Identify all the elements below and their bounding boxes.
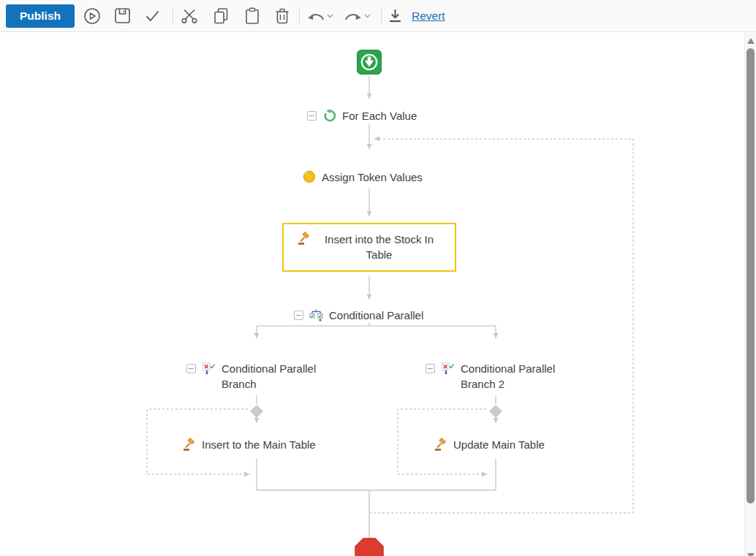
save-icon [114, 7, 131, 24]
delete-trash-icon [274, 7, 290, 25]
stop-octagon-icon[interactable] [355, 538, 383, 556]
node-label: Conditional Parallel [329, 308, 423, 323]
start-node[interactable] [357, 50, 382, 75]
scroll-up-arrow-icon[interactable] [747, 38, 755, 44]
condition-diamond [489, 405, 502, 418]
publish-button[interactable]: Publish [6, 4, 75, 28]
start-download-icon [357, 50, 382, 75]
chevron-down-icon [327, 14, 333, 18]
redo-dropdown-button[interactable] [364, 14, 371, 18]
gavel-action-icon [182, 438, 196, 452]
collapse-toggle-icon[interactable] [426, 364, 435, 373]
token-coin-icon [303, 170, 316, 183]
node-conditional-parallel-branch[interactable]: Conditional Parallel Branch [186, 361, 333, 392]
gavel-action-icon [434, 438, 447, 452]
branch-icon [441, 362, 455, 376]
validate-button[interactable] [144, 9, 162, 23]
toolbar-divider [381, 7, 382, 26]
scrollbar-thumb[interactable] [746, 48, 755, 503]
node-update-main-table[interactable]: Update Main Table [434, 437, 545, 452]
copy-button[interactable] [213, 7, 230, 25]
delete-button[interactable] [274, 7, 290, 25]
condition-diamond [250, 405, 263, 418]
undo-button[interactable] [306, 10, 325, 22]
node-label: Conditional Parallel Branch [222, 361, 333, 392]
loop-icon [322, 109, 336, 123]
undo-dropdown-button[interactable] [327, 14, 333, 18]
undo-icon [306, 10, 325, 22]
paste-icon [244, 7, 260, 25]
paste-button[interactable] [244, 7, 260, 25]
download-version-button[interactable] [387, 7, 404, 24]
validate-check-icon [144, 9, 162, 23]
redo-button[interactable] [344, 10, 363, 22]
cut-button[interactable] [181, 7, 198, 25]
node-for-each-value[interactable]: For Each Value [307, 108, 417, 123]
toolbar: Publish Revert [0, 0, 756, 32]
flow-canvas[interactable]: For Each Value Assign Token Values Inser… [0, 33, 744, 556]
redo-icon [344, 10, 363, 22]
toolbar-divider [173, 7, 173, 26]
collapse-toggle-icon[interactable] [294, 311, 303, 320]
node-label: Update Main Table [453, 437, 545, 452]
node-conditional-parallel-branch-2[interactable]: Conditional Parallel Branch 2 [426, 361, 572, 392]
conditional-parallel-icon [309, 308, 323, 322]
node-insert-stock-in-selected[interactable]: Insert into the Stock In Table [282, 223, 456, 272]
copy-icon [213, 7, 230, 25]
node-conditional-parallel[interactable]: Conditional Parallel [294, 308, 423, 323]
branch-icon [202, 362, 216, 376]
node-label: For Each Value [342, 108, 417, 123]
node-label: Insert to the Main Table [202, 437, 316, 452]
collapse-toggle-icon[interactable] [307, 111, 317, 121]
node-assign-token-values[interactable]: Assign Token Values [303, 170, 423, 185]
download-version-icon [387, 7, 404, 24]
gavel-action-icon [297, 232, 311, 245]
cut-icon [181, 7, 198, 25]
revert-link[interactable]: Revert [412, 9, 445, 23]
play-circle-icon [83, 7, 101, 25]
node-label: Assign Token Values [322, 170, 423, 185]
chevron-down-icon [364, 14, 371, 18]
collapse-toggle-icon[interactable] [186, 364, 196, 373]
node-insert-main-table[interactable]: Insert to the Main Table [182, 437, 316, 452]
run-button[interactable] [83, 7, 101, 25]
node-label: Conditional Parallel Branch 2 [461, 361, 572, 392]
node-label: Insert into the Stock In Table [317, 232, 442, 262]
toolbar-divider [299, 7, 300, 26]
save-button[interactable] [114, 7, 131, 24]
scroll-down-arrow-icon[interactable] [747, 553, 755, 556]
vertical-scrollbar[interactable] [744, 33, 756, 556]
